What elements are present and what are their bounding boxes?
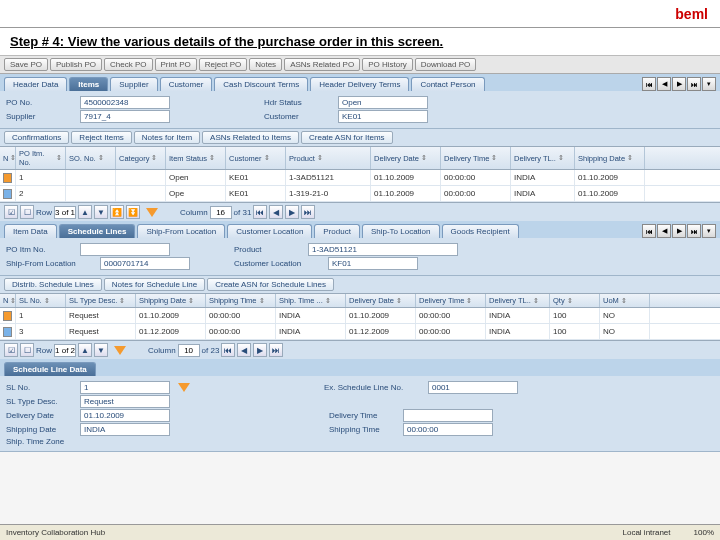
nav2-last-icon[interactable]: ⏭ [687, 224, 701, 238]
col-prev-icon[interactable]: ◀ [269, 205, 283, 219]
col-input[interactable] [210, 206, 232, 219]
subtab-reject-items[interactable]: Reject Items [71, 131, 131, 144]
deselect-icon[interactable]: ☐ [20, 205, 34, 219]
nav2-prev-icon[interactable]: ◀ [657, 224, 671, 238]
select-all-icon[interactable]: ☑ [4, 205, 18, 219]
col-delivery-time[interactable]: Delivery Time ⇕ [441, 147, 511, 169]
toolbar-reject-po[interactable]: Reject PO [199, 58, 247, 71]
subtab-distrib.-schedule-lines[interactable]: Distrib. Schedule Lines [4, 278, 102, 291]
row2-up-icon[interactable]: ▲ [78, 343, 92, 357]
nav-last-icon[interactable]: ⏭ [687, 77, 701, 91]
tab-ship-to-location[interactable]: Ship-To Location [362, 224, 440, 238]
tab-supplier[interactable]: Supplier [110, 77, 157, 91]
tab-cash-discount-terms[interactable]: Cash Discount Terms [214, 77, 308, 91]
nav2-next-icon[interactable]: ▶ [672, 224, 686, 238]
product-label: Product [234, 245, 304, 254]
toolbar-publish-po[interactable]: Publish PO [50, 58, 102, 71]
tab-contact-person[interactable]: Contact Person [411, 77, 484, 91]
nav-first-icon[interactable]: ⏮ [642, 77, 656, 91]
row2-down-icon[interactable]: ▼ [94, 343, 108, 357]
row-last-icon[interactable]: ⏬ [126, 205, 140, 219]
nav-prev-icon[interactable]: ◀ [657, 77, 671, 91]
subtab-notes-for-item[interactable]: Notes for Item [134, 131, 200, 144]
col-delivery-tl-[interactable]: Delivery TL.. ⇕ [511, 147, 575, 169]
col2-next-icon[interactable]: ▶ [253, 343, 267, 357]
col-delivery-date[interactable]: Delivery Date ⇕ [371, 147, 441, 169]
toolbar-check-po[interactable]: Check PO [104, 58, 152, 71]
sl-detail-tabs: Schedule Line Data [0, 359, 720, 376]
col-last-icon[interactable]: ⏭ [301, 205, 315, 219]
tab-header-delivery-terms[interactable]: Header Delivery Terms [310, 77, 409, 91]
col-shipping-time[interactable]: Shipping Time ⇕ [206, 294, 276, 307]
row-checkbox[interactable] [3, 327, 12, 337]
col2-first-icon[interactable]: ⏮ [221, 343, 235, 357]
col-delivery-time[interactable]: Delivery Time ⇕ [416, 294, 486, 307]
col2-prev-icon[interactable]: ◀ [237, 343, 251, 357]
tab-header-data[interactable]: Header Data [4, 77, 67, 91]
table-row[interactable]: 2OpeKE011-319-21-001.10.200900:00:00INDI… [0, 186, 720, 202]
cell: 01.10.2009 [575, 170, 645, 185]
row2-input[interactable] [54, 344, 76, 357]
col-uom[interactable]: UoM ⇕ [600, 294, 650, 307]
row-input[interactable] [54, 206, 76, 219]
col-n[interactable]: N ⇕ [0, 147, 16, 169]
nav2-first-icon[interactable]: ⏮ [642, 224, 656, 238]
shipping-date-label: Shipping Date [6, 425, 76, 434]
row-checkbox[interactable] [3, 173, 12, 183]
col-shipping-date[interactable]: Shipping Date ⇕ [575, 147, 645, 169]
table-row[interactable]: 1Request01.10.200900:00:00INDIA01.10.200… [0, 308, 720, 324]
col-delivery-tl-[interactable]: Delivery TL.. ⇕ [486, 294, 550, 307]
row-first-icon[interactable]: ⏫ [110, 205, 124, 219]
col-product[interactable]: Product ⇕ [286, 147, 371, 169]
tabs2-menu-icon[interactable]: ▾ [702, 224, 716, 238]
tab-goods-recipient[interactable]: Goods Recipient [442, 224, 519, 238]
col-qty[interactable]: Qty ⇕ [550, 294, 600, 307]
col-first-icon[interactable]: ⏮ [253, 205, 267, 219]
col2-last-icon[interactable]: ⏭ [269, 343, 283, 357]
col-next-icon[interactable]: ▶ [285, 205, 299, 219]
col-so-no-[interactable]: SO. No. ⇕ [66, 147, 116, 169]
subtab-asns-related-to-items[interactable]: ASNs Related to Items [202, 131, 299, 144]
col-sl-type-desc-[interactable]: SL Type Desc. ⇕ [66, 294, 136, 307]
sel2-all-icon[interactable]: ☑ [4, 343, 18, 357]
col-sl-no-[interactable]: SL No. ⇕ [16, 294, 66, 307]
row-checkbox[interactable] [3, 189, 12, 199]
nav-next-icon[interactable]: ▶ [672, 77, 686, 91]
cell: 00:00:00 [441, 170, 511, 185]
col-customer[interactable]: Customer ⇕ [226, 147, 286, 169]
toolbar-po-history[interactable]: PO History [362, 58, 413, 71]
tab-customer-location[interactable]: Customer Location [227, 224, 312, 238]
subtab-confirmations[interactable]: Confirmations [4, 131, 69, 144]
subtab-create-asn-for-schedule-lines[interactable]: Create ASN for Schedule Lines [207, 278, 334, 291]
col-po-itm-no-[interactable]: PO Itm. No. ⇕ [16, 147, 66, 169]
row-down-icon[interactable]: ▼ [94, 205, 108, 219]
col-shipping-date[interactable]: Shipping Date ⇕ [136, 294, 206, 307]
tabs-menu-icon[interactable]: ▾ [702, 77, 716, 91]
subtab-notes-for-schedule-line[interactable]: Notes for Schedule Line [104, 278, 205, 291]
toolbar-notes[interactable]: Notes [249, 58, 282, 71]
tab-schedule-lines[interactable]: Schedule Lines [59, 224, 136, 238]
row-checkbox[interactable] [3, 311, 12, 321]
toolbar-save-po[interactable]: Save PO [4, 58, 48, 71]
toolbar-asns-related-po[interactable]: ASNs Related PO [284, 58, 360, 71]
tab-item-data[interactable]: Item Data [4, 224, 57, 238]
table-row[interactable]: 1OpenKE011-3AD5112101.10.200900:00:00IND… [0, 170, 720, 186]
col-item-status[interactable]: Item Status ⇕ [166, 147, 226, 169]
col2-input[interactable] [178, 344, 200, 357]
tab-ship-from-location[interactable]: Ship-From Location [137, 224, 225, 238]
tab-customer[interactable]: Customer [160, 77, 213, 91]
subtab-create-asn-for-items[interactable]: Create ASN for Items [301, 131, 393, 144]
table-row[interactable]: 3Request01.12.200900:00:00INDIA01.12.200… [0, 324, 720, 340]
tab-items[interactable]: Items [69, 77, 108, 91]
sel2-none-icon[interactable]: ☐ [20, 343, 34, 357]
col-n[interactable]: N ⇕ [0, 294, 16, 307]
cell [116, 186, 166, 201]
col-category[interactable]: Category ⇕ [116, 147, 166, 169]
row-up-icon[interactable]: ▲ [78, 205, 92, 219]
tab-product[interactable]: Product [314, 224, 360, 238]
tab-schedule-line-data[interactable]: Schedule Line Data [4, 362, 96, 376]
col-delivery-date[interactable]: Delivery Date ⇕ [346, 294, 416, 307]
toolbar-download-po[interactable]: Download PO [415, 58, 476, 71]
toolbar-print-po[interactable]: Print PO [155, 58, 197, 71]
col-ship-time-[interactable]: Ship. Time ... ⇕ [276, 294, 346, 307]
